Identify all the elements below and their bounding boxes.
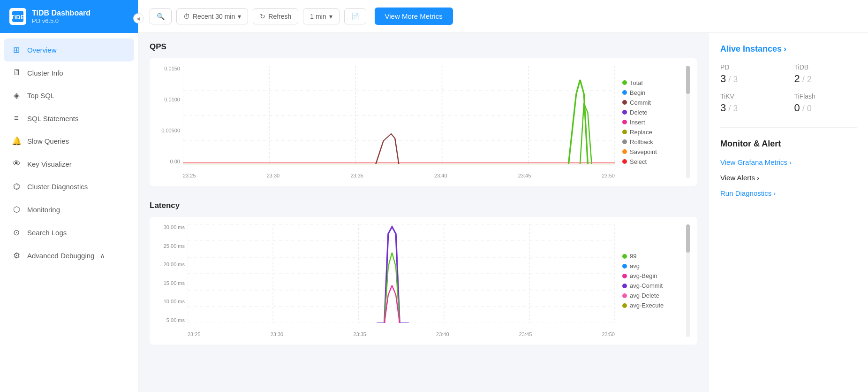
cluster-info-label: Cluster Info xyxy=(27,69,63,77)
advanced-debugging-icon: ⚙ xyxy=(11,251,22,261)
sidebar-item-monitoring[interactable]: ⬡Monitoring xyxy=(0,198,138,221)
qps-legend-item-delete: Delete xyxy=(622,109,679,116)
qps-x-axis: 23:25 23:30 23:35 23:40 23:45 23:50 xyxy=(183,165,615,178)
instance-divider: / xyxy=(800,75,807,84)
grafana-label: View Grafana Metrics xyxy=(720,158,787,166)
instance-total: 2 xyxy=(807,75,812,84)
app-logo: TiDB xyxy=(9,8,26,25)
instances-grid: PD3 / 3TiDB2 / 2TiKV3 / 3TiFlash0 / 0 xyxy=(720,63,857,114)
time-range-label: Recent 30 min xyxy=(193,13,235,20)
legend-label: Commit xyxy=(630,99,651,106)
instance-divider: / xyxy=(800,104,807,113)
monitor-link-diagnostics[interactable]: Run Diagnostics › xyxy=(720,189,857,197)
cluster-diagnostics-icon: ⌬ xyxy=(11,182,22,192)
zoom-out-button[interactable]: 🔍 xyxy=(150,8,172,24)
doc-button[interactable]: 📄 xyxy=(344,8,366,24)
right-panel: Alive Instances › PD3 / 3TiDB2 / 2TiKV3 … xyxy=(709,33,868,392)
instance-alive: 3 xyxy=(720,73,726,85)
legend-dot xyxy=(622,293,627,298)
instance-count: 3 / 3 xyxy=(720,102,783,114)
sidebar-collapse-button[interactable]: ◀ xyxy=(133,13,143,23)
sidebar-item-top-sql[interactable]: ◈Top SQL xyxy=(0,84,138,107)
diagnostics-chevron-icon: › xyxy=(773,189,776,197)
latency-section: Latency 30.00 ms 25.00 ms 20.00 ms 15.00… xyxy=(150,201,697,345)
key-visualizer-icon: 👁 xyxy=(11,159,22,169)
latency-scrollbar[interactable] xyxy=(686,224,690,337)
sidebar-item-advanced-debugging[interactable]: ⚙Advanced Debugging∧ xyxy=(0,244,138,267)
qps-scrollbar[interactable] xyxy=(686,66,690,178)
sidebar: TiDB TiDB Dashboard PD v6.5.0 ◀ ⊞Overvie… xyxy=(0,0,138,392)
qps-legend-item-savepoint: Savepoint xyxy=(622,148,679,155)
legend-label: Replace xyxy=(630,129,652,136)
qps-legend: TotalBeginCommitDeleteInsertReplaceRollb… xyxy=(622,66,679,178)
sidebar-item-sql-statements[interactable]: ≡SQL Statements xyxy=(0,107,138,130)
latency-y-axis: 30.00 ms 25.00 ms 20.00 ms 15.00 ms 10.0… xyxy=(157,224,188,323)
qps-legend-item-begin: Begin xyxy=(622,89,679,96)
alive-instances-label: Alive Instances xyxy=(720,44,782,54)
alive-instances-chevron: › xyxy=(784,44,786,54)
slow-queries-icon: 🔔 xyxy=(11,136,22,146)
search-logs-label: Search Logs xyxy=(27,229,67,237)
refresh-icon: ↻ xyxy=(260,13,265,20)
legend-label: Select xyxy=(630,158,647,165)
sidebar-item-search-logs[interactable]: ⊙Search Logs xyxy=(0,221,138,244)
legend-dot xyxy=(622,274,627,278)
overview-icon: ⊞ xyxy=(11,45,22,55)
toolbar: 🔍 ⏱ Recent 30 min ▾ ↻ Refresh 1 min ▾ 📄 … xyxy=(138,0,868,33)
sidebar-item-cluster-info[interactable]: 🖥Cluster Info xyxy=(0,61,138,84)
legend-dot xyxy=(622,264,627,269)
legend-dot xyxy=(622,284,627,288)
legend-dot xyxy=(622,80,627,85)
qps-legend-item-rollback: Rollback xyxy=(622,138,679,146)
latency-legend-item-avgdelete: avg-Delete xyxy=(622,292,679,299)
qps-y-axis: 0.0150 0.0100 0.00500 0.00 xyxy=(157,66,183,164)
qps-scroll-thumb xyxy=(686,66,690,94)
monitor-link-alerts[interactable]: View Alerts › xyxy=(720,174,857,182)
app-name: TiDB Dashboard xyxy=(32,9,91,17)
view-more-metrics-button[interactable]: View More Metrics xyxy=(375,8,453,25)
instance-alive: 0 xyxy=(794,102,800,114)
refresh-label: Refresh xyxy=(268,13,291,20)
clock-icon: ⏱ xyxy=(183,13,190,20)
instance-divider: / xyxy=(726,75,733,84)
instance-divider: / xyxy=(726,104,733,113)
latency-legend-item-99: 99 xyxy=(622,253,679,260)
diagnostics-label: Run Diagnostics xyxy=(720,189,771,197)
instance-count: 0 / 0 xyxy=(794,102,857,114)
legend-label: Begin xyxy=(630,89,645,96)
sql-statements-label: SQL Statements xyxy=(27,115,79,123)
alive-instances-heading[interactable]: Alive Instances › xyxy=(720,44,857,54)
legend-dot xyxy=(622,120,627,124)
qps-svg xyxy=(183,66,615,164)
sidebar-item-slow-queries[interactable]: 🔔Slow Queries xyxy=(0,130,138,153)
sidebar-item-key-visualizer[interactable]: 👁Key Visualizer xyxy=(0,153,138,175)
overview-label: Overview xyxy=(27,46,57,54)
legend-dot xyxy=(622,254,627,259)
instance-pd: PD3 / 3 xyxy=(720,63,783,85)
refresh-button[interactable]: ↻ Refresh xyxy=(253,8,298,24)
main-body: QPS 0.0150 0.0100 0.00500 0.00 xyxy=(138,33,868,392)
alerts-chevron-icon: › xyxy=(757,174,759,182)
cluster-info-icon: 🖥 xyxy=(11,68,22,77)
top-sql-label: Top SQL xyxy=(27,92,54,100)
qps-legend-item-commit: Commit xyxy=(622,99,679,106)
time-range-button[interactable]: ⏱ Recent 30 min ▾ xyxy=(176,8,248,24)
latency-legend-item-avgbegin: avg-Begin xyxy=(622,272,679,279)
qps-chart-inner xyxy=(183,66,615,164)
sidebar-item-cluster-diagnostics[interactable]: ⌬Cluster Diagnostics xyxy=(0,175,138,198)
chevron-down-icon: ▾ xyxy=(238,13,241,20)
sidebar-item-overview[interactable]: ⊞Overview xyxy=(4,38,134,61)
svg-text:TiDB: TiDB xyxy=(11,14,24,21)
legend-dot xyxy=(622,110,627,115)
interval-label: 1 min xyxy=(310,13,326,20)
instance-total: 3 xyxy=(733,75,738,84)
alerts-label: View Alerts xyxy=(720,174,755,182)
zoom-out-icon: 🔍 xyxy=(157,13,165,20)
qps-legend-item-replace: Replace xyxy=(622,129,679,136)
advanced-debugging-chevron-icon: ∧ xyxy=(100,252,105,260)
instance-count: 2 / 2 xyxy=(794,73,857,85)
monitor-link-grafana[interactable]: View Grafana Metrics › xyxy=(720,158,857,166)
qps-section: QPS 0.0150 0.0100 0.00500 0.00 xyxy=(150,42,697,186)
qps-chart-container: 0.0150 0.0100 0.00500 0.00 xyxy=(150,58,697,186)
interval-button[interactable]: 1 min ▾ xyxy=(303,8,339,24)
